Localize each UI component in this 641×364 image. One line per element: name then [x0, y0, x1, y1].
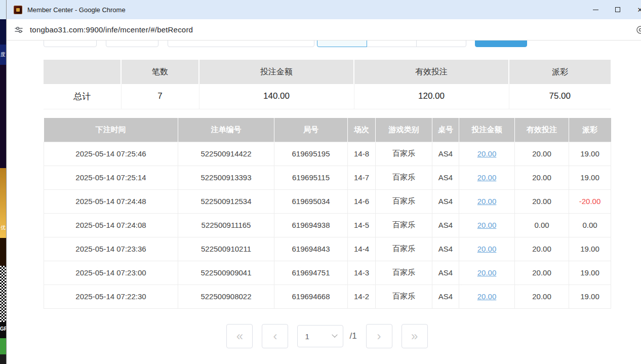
strip-segment [0, 65, 6, 168]
bet-amount-link[interactable]: 20.00 [477, 221, 497, 229]
cell-bet-amount: 20.00 [459, 261, 515, 285]
strip-segment [0, 238, 6, 266]
cell-bet-id: 522500911165 [178, 213, 274, 237]
page-select[interactable]: 1 [297, 325, 343, 347]
summary-total-label: 总计 [44, 84, 121, 109]
table-row: 2025-05-14 07:23:36 522500910211 6196948… [44, 237, 611, 261]
cell-payout: -20.00 [569, 189, 611, 213]
strip-segment-text: 优 [0, 168, 6, 238]
header-game-type: 游戏类别 [376, 118, 432, 142]
bet-amount-link[interactable]: 20.00 [477, 149, 497, 158]
cell-bet-id: 522500908022 [178, 285, 274, 308]
minimize-button[interactable] [584, 0, 607, 19]
last-page-icon: » [411, 330, 418, 342]
header-bet-id: 注单编号 [178, 118, 274, 142]
cell-valid-bet: 20.00 [515, 237, 569, 261]
maximize-button[interactable] [607, 0, 629, 19]
cell-valid-bet: 20.00 [515, 261, 569, 285]
browser-window: Member Center - Google Chrome ✕ tongbao3… [6, 0, 641, 364]
cell-bet-time: 2025-05-14 07:25:14 [44, 166, 178, 189]
summary-total-payout: 75.00 [509, 84, 611, 109]
cell-game-type: 百家乐 [376, 213, 432, 237]
close-icon: ✕ [637, 6, 641, 14]
cell-session: 14-4 [348, 237, 376, 261]
strip-segment [0, 354, 6, 364]
summary-total-bet-amount: 140.00 [199, 84, 354, 109]
cell-bet-amount: 20.00 [459, 285, 515, 308]
bet-amount-link[interactable]: 20.00 [477, 173, 497, 182]
prev-page-button[interactable]: ‹ [262, 324, 288, 348]
strip-segment [0, 19, 6, 45]
summary-header-blank [44, 60, 121, 84]
window-title: Member Center - Google Chrome [27, 6, 126, 14]
first-page-button[interactable]: « [226, 324, 253, 348]
cell-round-id: 619694938 [274, 213, 348, 237]
summary-header-payout: 派彩 [509, 60, 611, 84]
cell-payout: 19.00 [569, 261, 611, 285]
cell-table-no: AS4 [432, 237, 459, 261]
table-row: 2025-05-14 07:24:08 522500911165 6196949… [44, 213, 611, 237]
bet-amount-link[interactable]: 20.00 [477, 245, 497, 253]
site-settings-icon[interactable] [14, 25, 24, 35]
toolbar-button-2[interactable] [106, 41, 158, 47]
last-page-button[interactable]: » [402, 324, 428, 348]
summary-total-count: 7 [121, 84, 199, 109]
next-page-button[interactable]: › [366, 324, 392, 348]
bet-amount-link[interactable]: 20.00 [477, 197, 497, 206]
header-valid-bet: 有效投注 [515, 118, 569, 142]
strip-segment-text: GP [0, 322, 6, 338]
browser-settings-icon[interactable] [635, 25, 641, 35]
search-button[interactable] [475, 41, 527, 47]
toolbar-tab-1[interactable] [317, 41, 367, 47]
strip-segment [0, 0, 6, 19]
cell-bet-id: 522500912534 [178, 189, 274, 213]
cell-table-no: AS4 [432, 285, 459, 308]
cell-game-type: 百家乐 [376, 237, 432, 261]
header-table-no: 桌号 [432, 118, 459, 142]
app-favicon-icon [14, 6, 22, 14]
cell-bet-id: 522500909041 [178, 261, 274, 285]
table-row: 2025-05-14 07:22:30 522500908022 6196946… [44, 285, 611, 308]
cell-bet-amount: 20.00 [459, 189, 515, 213]
cell-bet-amount: 20.00 [459, 213, 515, 237]
table-row: 2025-05-14 07:25:14 522500913393 6196951… [44, 166, 611, 189]
window-titlebar[interactable]: Member Center - Google Chrome ✕ [7, 0, 641, 19]
table-row: 2025-05-14 07:24:48 522500912534 6196950… [44, 189, 611, 213]
cell-game-type: 百家乐 [376, 166, 432, 189]
summary-total-row: 总计 7 140.00 120.00 75.00 [44, 84, 611, 109]
cell-bet-amount: 20.00 [459, 237, 515, 261]
url-text[interactable]: tongbao31.com:9900/infe/mcenter/#/betRec… [30, 25, 193, 34]
cell-table-no: AS4 [432, 189, 459, 213]
cell-session: 14-6 [348, 189, 376, 213]
cell-session: 14-8 [348, 142, 376, 166]
cell-game-type: 百家乐 [376, 189, 432, 213]
summary-total-valid-bet: 120.00 [354, 84, 509, 109]
bet-record-page: 笔数 投注金额 有效投注 派彩 总计 7 140.00 120.00 75.00 [7, 41, 641, 364]
toolbar-tab-2[interactable] [367, 41, 417, 47]
cell-valid-bet: 20.00 [515, 285, 569, 308]
cell-table-no: AS4 [432, 261, 459, 285]
chevron-down-icon [332, 332, 338, 338]
close-button[interactable]: ✕ [629, 0, 641, 19]
summary-header-valid-bet: 有效投注 [354, 60, 509, 84]
strip-segment-text: 度 [0, 45, 6, 65]
cell-payout: 19.00 [569, 285, 611, 308]
first-page-icon: « [236, 330, 243, 342]
qr-code-fragment [0, 266, 6, 322]
browser-address-bar: tongbao31.com:9900/infe/mcenter/#/betRec… [7, 19, 641, 41]
cell-table-no: AS4 [432, 166, 459, 189]
cell-table-no: AS4 [432, 142, 459, 166]
maximize-icon [615, 7, 620, 12]
cell-round-id: 619694668 [274, 285, 348, 308]
bet-amount-link[interactable]: 20.00 [477, 292, 497, 301]
toolbar-tab-3[interactable] [416, 41, 466, 47]
bet-amount-link[interactable]: 20.00 [477, 268, 497, 277]
toolbar-button-1[interactable] [44, 41, 97, 47]
cell-table-no: AS4 [432, 213, 459, 237]
cell-bet-time: 2025-05-14 07:24:08 [44, 213, 178, 237]
header-bet-amount: 投注金额 [459, 118, 515, 142]
bet-record-table: 下注时间 注单编号 局号 场次 游戏类别 桌号 投注金额 有效投注 派彩 202… [44, 118, 611, 309]
toolbar-search-input[interactable] [168, 41, 314, 47]
cell-valid-bet: 20.00 [515, 142, 569, 166]
strip-segment [0, 338, 6, 354]
